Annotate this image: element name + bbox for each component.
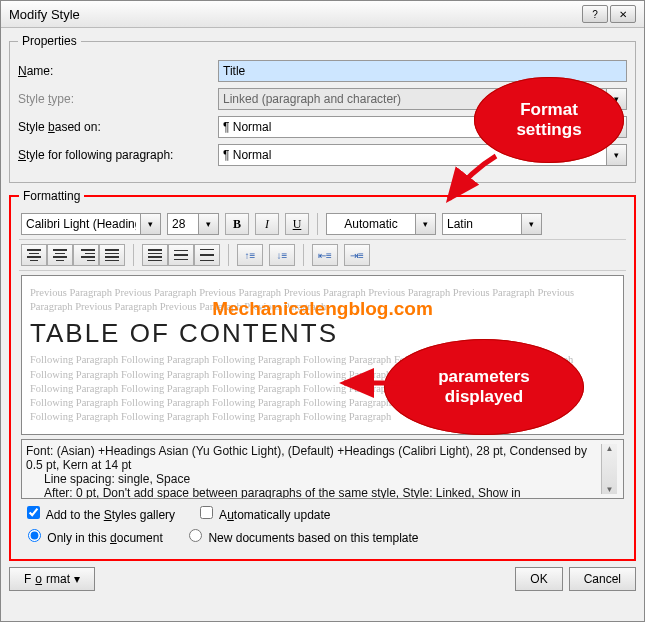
name-label: Name: — [18, 64, 218, 78]
scrollbar[interactable]: ▲▼ — [601, 444, 617, 494]
separator — [228, 244, 229, 266]
chevron-down-icon[interactable]: ▾ — [199, 213, 219, 235]
new-docs-radio[interactable]: New documents based on this template — [184, 531, 418, 545]
dialog-footer: Format ▾ OK Cancel — [1, 563, 644, 591]
checkbox-row: Add to the Styles gallery Automatically … — [23, 503, 622, 522]
align-right-button[interactable] — [73, 244, 99, 266]
window-buttons — [582, 5, 636, 23]
align-justify-button[interactable] — [99, 244, 125, 266]
align-center-button[interactable] — [47, 244, 73, 266]
desc-line-2: Line spacing: single, Space — [26, 472, 601, 486]
only-this-doc-radio[interactable]: Only in this document — [23, 531, 163, 545]
ok-button[interactable]: OK — [515, 567, 562, 591]
formatting-legend: Formatting — [19, 189, 84, 203]
desc-line-3: After: 0 pt, Don't add space between par… — [26, 486, 601, 499]
style-description: Font: (Asian) +Headings Asian (Yu Gothic… — [21, 439, 624, 499]
font-toolbar: ▾ ▾ B I U ▾ ▾ — [19, 209, 626, 239]
decrease-indent-button[interactable]: ⇤≡ — [312, 244, 338, 266]
row-based-on: Style based on: ▾ — [18, 116, 627, 138]
separator — [133, 244, 134, 266]
underline-button[interactable]: U — [285, 213, 309, 235]
modify-style-dialog: Modify Style Properties Name: Style type… — [0, 0, 645, 622]
paragraph-toolbar: ↑≡ ↓≡ ⇤≡ ⇥≡ — [19, 239, 626, 271]
properties-legend: Properties — [18, 34, 81, 48]
cancel-button[interactable]: Cancel — [569, 567, 636, 591]
increase-indent-button[interactable]: ⇥≡ — [344, 244, 370, 266]
style-type-select — [218, 88, 607, 110]
auto-update-checkbox[interactable]: Automatically update — [196, 508, 330, 522]
space-before-increase-button[interactable]: ↑≡ — [237, 244, 263, 266]
font-name-combo[interactable] — [21, 213, 141, 235]
separator — [303, 244, 304, 266]
scroll-up-icon[interactable]: ▲ — [606, 444, 614, 453]
row-following: Style for following paragraph: ▾ — [18, 144, 627, 166]
add-to-gallery-checkbox[interactable]: Add to the Styles gallery — [23, 508, 175, 522]
scroll-down-icon[interactable]: ▼ — [606, 485, 614, 494]
line-spacing-2-button[interactable] — [194, 244, 220, 266]
italic-button[interactable]: I — [255, 213, 279, 235]
style-preview: Mechanicalengblog.com Previous Paragraph… — [21, 275, 624, 435]
window-title: Modify Style — [9, 7, 80, 22]
formatting-group: Formatting ▾ ▾ B I U ▾ ▾ — [9, 189, 636, 561]
following-select[interactable] — [218, 144, 607, 166]
preview-following-paragraph: Following Paragraph Following Paragraph … — [30, 353, 615, 424]
font-color-combo[interactable] — [326, 213, 416, 235]
based-on-select[interactable] — [218, 116, 607, 138]
align-left-button[interactable] — [21, 244, 47, 266]
chevron-down-icon[interactable]: ▾ — [522, 213, 542, 235]
row-style-type: Style type: ▾ — [18, 88, 627, 110]
format-button[interactable]: Format ▾ — [9, 567, 95, 591]
name-input[interactable] — [218, 60, 627, 82]
close-icon[interactable] — [610, 5, 636, 23]
line-spacing-15-button[interactable] — [168, 244, 194, 266]
script-combo[interactable] — [442, 213, 522, 235]
row-name: Name: — [18, 60, 627, 82]
properties-group: Properties Name: Style type: ▾ Style bas… — [9, 34, 636, 183]
chevron-down-icon: ▾ — [74, 572, 80, 586]
desc-line-1: Font: (Asian) +Headings Asian (Yu Gothic… — [26, 444, 587, 472]
following-label: Style for following paragraph: — [18, 148, 218, 162]
bold-button[interactable]: B — [225, 213, 249, 235]
separator — [317, 213, 318, 235]
line-spacing-1-button[interactable] — [142, 244, 168, 266]
chevron-down-icon[interactable]: ▾ — [607, 116, 627, 138]
preview-prev-paragraph: Previous Paragraph Previous Paragraph Pr… — [30, 286, 615, 314]
chevron-down-icon[interactable]: ▾ — [607, 144, 627, 166]
chevron-down-icon: ▾ — [607, 88, 627, 110]
font-size-combo[interactable] — [167, 213, 199, 235]
chevron-down-icon[interactable]: ▾ — [141, 213, 161, 235]
based-on-label: Style based on: — [18, 120, 218, 134]
help-icon[interactable] — [582, 5, 608, 23]
space-before-decrease-button[interactable]: ↓≡ — [269, 244, 295, 266]
radio-row: Only in this document New documents base… — [23, 526, 622, 545]
preview-sample-text: TABLE OF CONTENTS — [30, 316, 615, 351]
chevron-down-icon[interactable]: ▾ — [416, 213, 436, 235]
titlebar: Modify Style — [1, 1, 644, 28]
style-type-label: Style type: — [18, 92, 218, 106]
